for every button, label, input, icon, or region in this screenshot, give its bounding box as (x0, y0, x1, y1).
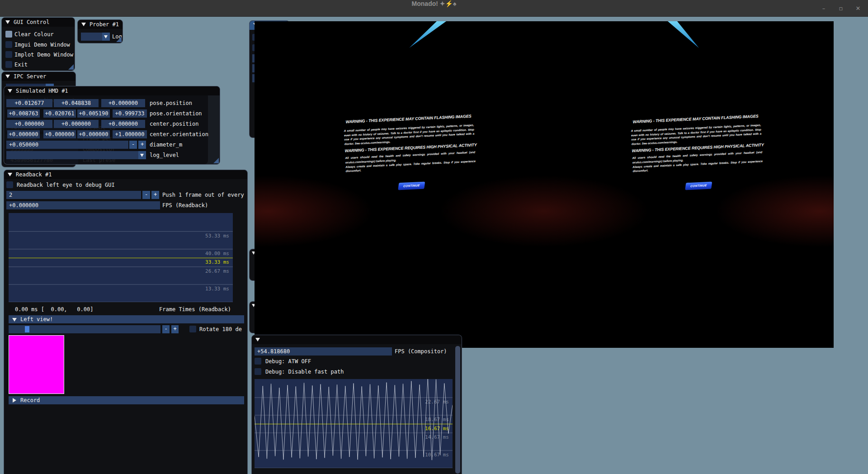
center-orientation-y[interactable]: +0.000000 (43, 130, 76, 138)
log-level-combo[interactable]: Info (81, 33, 110, 41)
readback-left-eye-label: Readback left eye to debug GUI (17, 181, 115, 189)
push-frame-input[interactable]: 2 (6, 191, 141, 199)
gui-control-window: GUI Control Clear Colour Imgui Demo Wind… (1, 17, 75, 71)
fps-compositor-input[interactable]: +54.818680 (255, 347, 392, 356)
diameter-plus-button[interactable]: + (138, 141, 146, 149)
pose-orientation-x[interactable]: +0.008763 (7, 109, 40, 118)
rotate-180-label: Rotate 180 de (199, 325, 242, 333)
svg-text:13.33 ms: 13.33 ms (205, 286, 229, 292)
center-position-z[interactable]: +0.000000 (101, 120, 145, 128)
resize-grip[interactable] (116, 37, 122, 42)
collapse-icon[interactable] (12, 318, 17, 322)
minimize-button[interactable]: – (820, 5, 827, 12)
log-level-label: log_level (150, 151, 179, 159)
os-window-title: Monado! ✦⚡♠ (0, 0, 868, 16)
scale-plus-button[interactable]: + (171, 325, 179, 333)
gui-control-title: GUI Control (14, 19, 49, 25)
imgui-demo-checkbox[interactable] (5, 41, 12, 48)
left-view-header-label: Left view! (20, 316, 53, 322)
exit-checkbox[interactable] (5, 61, 12, 68)
compositor-window: +54.818680 FPS (Compositor) Debug: ATW O… (251, 335, 462, 474)
rotate-180-checkbox[interactable] (189, 326, 196, 332)
push-frame-minus-button[interactable]: - (142, 191, 150, 199)
implot-demo-label: Implot Demo Window (14, 51, 73, 59)
diameter-input[interactable]: +0.050000 (6, 141, 128, 149)
center-position-x[interactable]: +0.000000 (6, 120, 52, 128)
debug-fastpath-checkbox[interactable] (255, 368, 261, 375)
os-titlebar: Monado! ✦⚡♠ – ▫ ✕ (0, 0, 868, 17)
center-orientation-w[interactable]: +1.000000 (113, 130, 147, 138)
warning-block-left-eye: WARNING - THIS EXPERIENCE MAY CONTAIN FL… (344, 114, 477, 193)
svg-text:33.33 ms: 33.33 ms (205, 259, 229, 265)
log-level-combo[interactable]: Warn (6, 151, 146, 159)
simulated-hmd-title: Simulated HMD #1 (16, 88, 68, 94)
continue-button[interactable]: CONTINUE (685, 181, 712, 190)
center-orientation-x[interactable]: +0.000000 (7, 130, 40, 138)
left-view-header[interactable]: Left view! (9, 315, 244, 323)
chevron-down-icon[interactable] (102, 33, 110, 41)
warning-flashing-body: A small number of people may have seizur… (344, 123, 474, 146)
pose-orientation-z[interactable]: +0.005190 (77, 109, 110, 118)
plot-status-text: 0.00 ms [ 0.00, 0.00] (15, 305, 93, 313)
collapse-icon[interactable] (255, 338, 260, 341)
center-position-label: center.position (150, 120, 198, 128)
gui-control-titlebar[interactable]: GUI Control (2, 18, 75, 27)
ipc-server-titlebar[interactable]: IPC Server (2, 72, 75, 81)
readback-window: Readback #1 Readback left eye to debug G… (4, 170, 248, 474)
center-orientation-label: center.orientation (150, 130, 208, 138)
diameter-minus-button[interactable]: - (129, 141, 137, 149)
frame-times-readback-plot: 53.33 ms40.00 ms33.33 ms26.67 ms13.33 ms… (9, 213, 233, 302)
collapse-icon[interactable] (8, 89, 12, 93)
collapse-icon[interactable] (81, 23, 86, 26)
scrollbar[interactable] (455, 346, 460, 474)
prober-title: Prober #1 (90, 21, 119, 28)
close-button[interactable]: ✕ (854, 5, 862, 12)
simulated-hmd-titlebar[interactable]: Simulated HMD #1 (4, 86, 220, 95)
prober-titlebar[interactable]: Prober #1 (78, 20, 123, 29)
svg-text:10.67 ms: 10.67 ms (425, 452, 449, 458)
frame-times-compositor-plot: 22.67 ms18.67 ms16.67 ms14.67 ms10.67 ms… (255, 379, 453, 468)
collapse-icon[interactable] (8, 173, 12, 176)
scale-slider[interactable]: Scale 50.000000% (9, 325, 160, 333)
pose-orientation-label: pose.orientation (150, 109, 202, 118)
slider-grab[interactable] (25, 326, 29, 332)
pose-position-label: pose.position (150, 99, 192, 107)
resize-grip[interactable] (68, 64, 74, 70)
readback-titlebar[interactable]: Readback #1 (4, 170, 247, 179)
exit-label: Exit (14, 61, 28, 69)
push-frame-plus-button[interactable]: + (151, 191, 159, 199)
maximize-button[interactable]: ▫ (837, 5, 844, 12)
desktop: { "titlebar": {"title": "Monado! ✦⚡♠", "… (0, 0, 868, 474)
compositor-titlebar[interactable] (252, 335, 462, 344)
warning-block-right-eye: WARNING - THIS EXPERIENCE MAY CONTAIN FL… (631, 114, 764, 193)
plot-title-label: Frame Times (Readback) (159, 305, 231, 313)
pose-position-y[interactable]: +0.048838 (54, 99, 99, 107)
readback-title: Readback #1 (16, 171, 52, 178)
streak-left-eye (409, 21, 446, 48)
pose-orientation-y[interactable]: +0.020761 (43, 109, 76, 118)
readback-left-eye-checkbox[interactable] (6, 181, 13, 188)
clear-colour-checkbox[interactable] (5, 31, 12, 38)
svg-text:16.67 ms: 16.67 ms (425, 426, 449, 431)
continue-button[interactable]: CONTINUE (398, 181, 425, 190)
collapse-icon[interactable] (5, 75, 10, 78)
debug-atw-label: Debug: ATW OFF (265, 357, 311, 365)
clear-colour-label: Clear Colour (14, 30, 54, 38)
collapse-icon[interactable] (13, 398, 16, 403)
chevron-down-icon[interactable] (138, 151, 146, 159)
collapse-icon[interactable] (5, 20, 10, 24)
svg-text:14.67 ms: 14.67 ms (425, 434, 449, 440)
center-orientation-z[interactable]: +0.000000 (77, 130, 110, 138)
pose-orientation-w[interactable]: +0.999733 (113, 109, 147, 118)
scale-minus-button[interactable]: - (162, 325, 170, 333)
implot-demo-checkbox[interactable] (5, 51, 12, 58)
window-controls: – ▫ ✕ (820, 0, 862, 16)
svg-text:26.67 ms: 26.67 ms (205, 268, 229, 274)
fps-readback-input[interactable]: +0.000000 (6, 201, 160, 209)
debug-atw-checkbox[interactable] (255, 358, 261, 365)
center-position-y[interactable]: +0.000000 (54, 120, 99, 128)
record-header[interactable]: Record (9, 396, 244, 404)
pose-position-z[interactable]: +0.000000 (101, 99, 145, 107)
resize-grip[interactable] (213, 158, 219, 163)
pose-position-x[interactable]: +0.012677 (6, 99, 52, 107)
